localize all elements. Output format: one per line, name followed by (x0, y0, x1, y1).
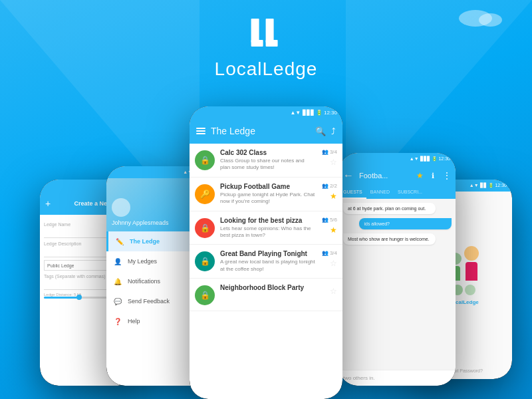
star-icon-2[interactable]: ★ (330, 192, 337, 201)
ledge-lock-icon-1: 🔒 (195, 150, 215, 170)
time-display: 12:30 (324, 110, 337, 116)
chat-tabs: GUESTS BANNED SUBSCRI... (339, 186, 456, 199)
help-icon: ❓ (113, 317, 122, 326)
more-options-icon[interactable]: ⋮ (442, 170, 452, 181)
svg-rect-1 (251, 40, 263, 47)
list-item[interactable]: 🔒 Great Band Playing Tonight A great new… (190, 245, 342, 279)
ledge-meta-5: ☆ (321, 284, 337, 296)
feedback-icon: 💬 (113, 297, 122, 306)
ledge-type-value: Public Ledge (47, 263, 74, 268)
ledge-desc-4: A great new local band is playing tonigh… (220, 259, 316, 273)
ledge-meta-2: 👥 2/2 ★ (321, 183, 337, 201)
chat-input-bar[interactable]: two others in. (339, 370, 456, 386)
ledge-list: 🔒 Calc 302 Class Class Group to share ou… (190, 144, 342, 311)
phone-chat: ▲▼ ▊▊▊ 🔋 12:30 ← Footba... ★ ℹ ⋮ GUESTS … (339, 153, 456, 386)
hamburger-menu-button[interactable] (196, 128, 205, 134)
ledge-count-4: 👥 3/4 (322, 250, 337, 256)
tab-guests[interactable]: GUESTS (339, 186, 366, 199)
message-2: ids allowed? (359, 218, 452, 229)
logo-icon (246, 13, 286, 53)
ledge-content-1: Calc 302 Class Class Group to share our … (220, 149, 316, 172)
phone-main-screen: ▲▼ ▊▊▊ 🔋 12:30 The Ledge 🔍 ⤴ 🔒 Calc 302 … (190, 106, 342, 399)
nav-feedback-label: Send Feedback (128, 298, 170, 305)
slider-thumb[interactable] (76, 295, 82, 300)
app-title: LocalLedge (215, 59, 318, 80)
message-3: Most who show are hunger is welcome. (343, 233, 436, 245)
tab-subscri[interactable]: SUBSCRI... (394, 186, 426, 199)
chat-input-placeholder: two others in. (343, 375, 375, 381)
tab-banned[interactable]: BANNED (366, 186, 394, 199)
char2-head (464, 246, 479, 261)
ledge-content-5: Neighborhood Block Party (220, 284, 316, 293)
ledge-lock-icon-3: 🔒 (195, 218, 215, 238)
nav-notifications-label: Notifications (128, 278, 160, 285)
cloud-decoration (459, 7, 512, 27)
ledge-lock-icon-4: 🔒 (195, 251, 215, 271)
list-item[interactable]: 🔒 Looking for the best pizza Lets hear s… (190, 211, 342, 245)
ledge-desc-1: Class Group to share our notes and plan … (220, 158, 316, 172)
chat-title: Footba... (359, 172, 411, 180)
ledge-meta-1: 👥 3/4 ☆ (321, 149, 337, 167)
ledge-name-4: Great Band Playing Tonight (220, 250, 316, 257)
user-name: Johnny Applesmeads (112, 219, 169, 226)
svg-rect-0 (251, 19, 259, 43)
character-2 (464, 246, 479, 281)
ledge-content-4: Great Band Playing Tonight A great new l… (220, 250, 316, 273)
phones-container: ▲▼ ▊ 🔋 + Create a New Ledge Ledge Name L… (0, 80, 532, 399)
slider-fill (44, 297, 79, 299)
plus-icon[interactable]: + (45, 198, 51, 209)
my-ledges-icon: 👤 (113, 257, 122, 266)
ledge-name-3: Looking for the best pizza (220, 217, 316, 224)
notifications-icon: 🔔 (113, 277, 122, 286)
nav-ledge-label: The Ledge (130, 238, 160, 245)
chat-time: 12:30 (438, 156, 450, 161)
chat-bubbles-deco (452, 285, 475, 295)
star-icon-4[interactable]: ☆ (330, 259, 337, 268)
ledge-count-2: 👥 2/2 (322, 183, 337, 189)
phone-chat-screen: ▲▼ ▊▊▊ 🔋 12:30 ← Footba... ★ ℹ ⋮ GUESTS … (339, 153, 456, 386)
ledge-count-3: 👥 5/6 (322, 217, 337, 223)
ledge-desc-3: Lets hear some opinions: Who has the bes… (220, 225, 316, 239)
chat-body: at 6 at hyde park. plan on coming out. i… (339, 199, 456, 370)
search-icon[interactable]: 🔍 (315, 126, 326, 136)
ledge-content-3: Looking for the best pizza Lets hear som… (220, 217, 316, 239)
list-item[interactable]: 🔒 Calc 302 Class Class Group to share ou… (190, 144, 342, 178)
ledge-desc-2: Pickup game tonight at Hyde Park. Chat n… (220, 192, 316, 205)
back-icon[interactable]: ← (343, 170, 354, 182)
ledge-content-2: Pickup Football Game Pickup game tonight… (220, 183, 316, 205)
star-icon-1[interactable]: ☆ (330, 158, 337, 167)
phone-main: ▲▼ ▊▊▊ 🔋 12:30 The Ledge 🔍 ⤴ 🔒 Calc 302 … (190, 106, 342, 399)
ledge-lock-icon-5: 🔒 (195, 285, 215, 305)
status-bar-main: ▲▼ ▊▊▊ 🔋 12:30 (190, 106, 342, 118)
char2-body (466, 262, 477, 281)
main-app-bar: The Ledge 🔍 ⤴ (190, 118, 342, 144)
ledge-name-2: Pickup Football Game (220, 183, 316, 190)
ledge-meta-4: 👥 3/4 ☆ (321, 250, 337, 268)
star-icon-3[interactable]: ★ (330, 225, 337, 235)
ledge-name-1: Calc 302 Class (220, 149, 316, 156)
chat-app-bar: ← Footba... ★ ℹ ⋮ (339, 165, 456, 186)
message-1: at 6 at hyde park. plan on coming out. (343, 203, 436, 214)
list-item[interactable]: 🔒 Neighborhood Block Party ☆ (190, 279, 342, 311)
info-icon[interactable]: ℹ (432, 172, 434, 180)
ledge-name-5: Neighborhood Block Party (220, 284, 316, 291)
avatar (112, 198, 130, 217)
nav-my-ledges-label: My Ledges (128, 258, 157, 265)
nav-help-label: Help (128, 318, 140, 325)
ledge-key-icon-2: 🔑 (195, 184, 215, 204)
ledge-icon: ✏️ (115, 237, 124, 246)
share-icon[interactable]: ⤴ (331, 126, 336, 136)
star-icon-5[interactable]: ☆ (330, 287, 337, 296)
logo-area: LocalLedge (215, 13, 318, 80)
list-item[interactable]: 🔑 Pickup Football Game Pickup game tonig… (190, 178, 342, 211)
ledge-meta-3: 👥 5/6 ★ (321, 217, 337, 235)
svg-rect-3 (266, 40, 278, 47)
svg-rect-2 (266, 19, 274, 43)
status-bar-chat: ▲▼ ▊▊▊ 🔋 12:30 (339, 153, 456, 165)
app-bar-title: The Ledge (211, 126, 310, 136)
ledge-count-1: 👥 3/4 (322, 149, 337, 155)
star-button[interactable]: ★ (416, 171, 424, 180)
